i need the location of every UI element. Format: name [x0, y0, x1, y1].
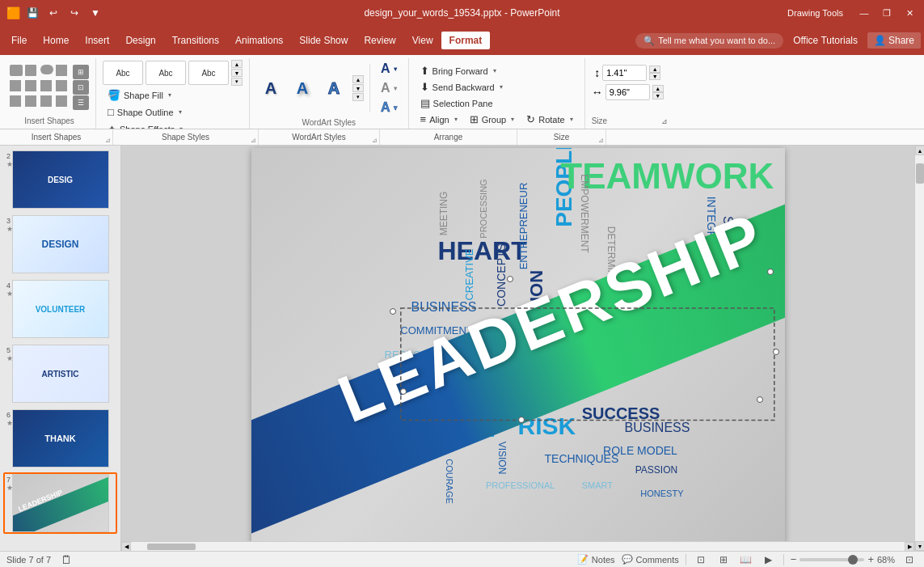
wordart-scroll-up[interactable]: ▲ — [352, 75, 364, 83]
sel-handle-tr[interactable] — [767, 269, 774, 275]
qat-more[interactable]: ▼ — [87, 5, 103, 21]
shape-outline-btn[interactable]: □ Shape Outline ▾ — [103, 104, 187, 120]
slide-thumb-6[interactable]: 6 ★ THANK — [3, 408, 117, 469]
wordart-style-1[interactable]: A — [256, 74, 285, 103]
comments-btn[interactable]: 💬 Comments — [622, 554, 679, 565]
rotate-btn[interactable]: ↻ Rotate ▾ — [521, 112, 577, 127]
tell-me-input[interactable]: 🔍 Tell me what you want to do... — [635, 33, 783, 49]
width-input[interactable] — [605, 84, 650, 100]
qat-redo[interactable]: ↪ — [66, 5, 82, 21]
restore-button[interactable]: ❐ — [879, 5, 895, 21]
menu-design[interactable]: Design — [117, 32, 163, 49]
scroll-left-btn[interactable]: ◀ — [121, 542, 131, 552]
fit-slide-btn[interactable]: ⊡ — [901, 552, 918, 568]
sel-handle-bm[interactable] — [518, 417, 525, 423]
merge-shapes-btn[interactable]: ⊡ — [73, 80, 89, 95]
sel-handle-br[interactable] — [757, 396, 763, 403]
shape-triangle[interactable] — [56, 65, 67, 76]
shape-effects-btn[interactable]: ✦ Shape Effects ▾ — [103, 121, 188, 129]
bring-forward-btn[interactable]: ⬆ Bring Forward ▾ — [416, 63, 501, 78]
shape-pentagon[interactable] — [25, 80, 36, 91]
sel-handle-mr[interactable] — [773, 349, 779, 355]
shape-style-1[interactable]: Abc — [103, 61, 143, 85]
notes-pane-btn[interactable]: 🗒 — [61, 553, 72, 566]
shape-arrow[interactable] — [40, 80, 52, 91]
zoom-in-btn[interactable]: + — [867, 553, 874, 565]
qat-save[interactable]: 💾 — [24, 5, 40, 21]
menu-transitions[interactable]: Transitions — [164, 32, 227, 49]
slide-sorter-btn[interactable]: ⊞ — [715, 552, 732, 568]
slide-thumb-5[interactable]: 5 ★ ARTISTIC — [3, 343, 117, 404]
menu-review[interactable]: Review — [356, 32, 403, 49]
shape-fill-btn[interactable]: 🪣 Shape Fill ▾ — [103, 87, 176, 103]
wordart-scroll-down[interactable]: ▼ — [352, 84, 364, 92]
wordart-more[interactable]: ▾ — [352, 93, 364, 101]
text-effects-btn[interactable]: A ▾ — [376, 99, 402, 116]
text-fill-btn[interactable]: A ▾ — [376, 60, 402, 78]
selection-pane-btn[interactable]: ▤ Selection Pane — [416, 95, 498, 111]
sel-handle-tl[interactable] — [390, 308, 396, 315]
shape-freeform[interactable] — [56, 95, 67, 107]
menu-slideshow[interactable]: Slide Show — [291, 32, 356, 49]
shape-styles-expand[interactable]: ⊿ — [251, 137, 256, 144]
normal-view-btn[interactable]: ⊡ — [693, 552, 709, 568]
menu-file[interactable]: File — [3, 32, 35, 49]
edit-points-btn[interactable]: ⊞ — [73, 65, 89, 79]
insert-shapes-expand[interactable]: ⊿ — [105, 137, 111, 144]
shape-callout[interactable] — [56, 80, 67, 91]
group-btn[interactable]: ⊞ Group ▾ — [465, 112, 520, 127]
zoom-slider[interactable] — [800, 558, 864, 561]
shape-diamond[interactable] — [10, 80, 21, 91]
scroll-thumb-v[interactable] — [916, 163, 924, 184]
scroll-down-btn[interactable]: ▼ — [915, 541, 924, 551]
height-down[interactable]: ▼ — [649, 73, 660, 80]
size-expand[interactable]: ⊿ — [598, 137, 604, 144]
height-input[interactable] — [602, 65, 647, 81]
shape-oval[interactable] — [40, 65, 53, 74]
share-button[interactable]: 👤 Share — [867, 32, 921, 49]
send-backward-btn[interactable]: ⬇ Send Backward ▾ — [416, 79, 508, 95]
slide-canvas[interactable]: PEOPLE HEART INSPIRATION BUSINESS RESPON… — [251, 148, 785, 548]
scroll-up-btn[interactable]: ▲ — [915, 146, 924, 155]
menu-format[interactable]: Format — [441, 32, 491, 49]
menu-insert[interactable]: Insert — [77, 32, 117, 49]
shape-styles-more[interactable]: ▾ — [231, 78, 243, 86]
scroll-thumb-h[interactable] — [147, 544, 196, 550]
width-up[interactable]: ▲ — [652, 85, 664, 92]
close-button[interactable]: ✕ — [901, 5, 918, 21]
notes-btn[interactable]: 📝 Notes — [577, 554, 615, 565]
size-expand-icon[interactable]: ⊿ — [661, 117, 668, 125]
shape-styles-scroll-up[interactable]: ▲ — [231, 60, 243, 68]
text-outline-btn[interactable]: A ▾ — [376, 79, 402, 97]
reading-view-btn[interactable]: 📖 — [738, 552, 754, 568]
menu-animations[interactable]: Animations — [227, 32, 291, 49]
shape-block[interactable] — [25, 95, 36, 107]
slide-thumb-2[interactable]: 2 ★ DESIG — [3, 149, 117, 210]
zoom-out-btn[interactable]: − — [791, 553, 797, 565]
shape-rect[interactable] — [25, 65, 36, 76]
shape-styles-scroll-down[interactable]: ▼ — [231, 69, 243, 77]
wordart-style-2[interactable]: A — [288, 74, 317, 103]
shape-style-2[interactable]: Abc — [146, 61, 186, 85]
wordart-style-3[interactable]: A — [319, 74, 348, 103]
width-down[interactable]: ▼ — [652, 92, 664, 99]
sel-handle-bl[interactable] — [400, 388, 407, 395]
sel-handle-tm[interactable] — [507, 276, 513, 282]
qat-undo[interactable]: ↩ — [45, 5, 61, 21]
shape-style-3[interactable]: Abc — [188, 61, 229, 85]
height-up[interactable]: ▲ — [649, 66, 660, 73]
shape-star[interactable] — [10, 95, 21, 107]
shape-curve[interactable] — [40, 95, 52, 107]
more-shapes-btn[interactable]: ☰ — [73, 95, 89, 110]
menu-view[interactable]: View — [404, 32, 441, 49]
slide-thumb-3[interactable]: 3 ★ DESIGN — [3, 214, 117, 275]
office-tutorials-link[interactable]: Office Tutorials — [787, 32, 864, 49]
align-btn[interactable]: ≡ Align ▾ — [416, 112, 462, 127]
canvas-area[interactable]: ▲ ▼ PEOPLE HEART INSPIRATION BUSINESS RE… — [121, 146, 924, 551]
shape-line[interactable] — [10, 65, 23, 76]
slide-thumb-7[interactable]: 7 ★ LEADERSHIP — [3, 472, 117, 534]
scroll-right-btn[interactable]: ▶ — [905, 542, 914, 552]
minimize-button[interactable]: — — [856, 5, 872, 21]
slideshow-btn[interactable]: ▶ — [761, 552, 777, 568]
slide-thumb-4[interactable]: 4 ★ VOLUNTEER — [3, 278, 117, 340]
